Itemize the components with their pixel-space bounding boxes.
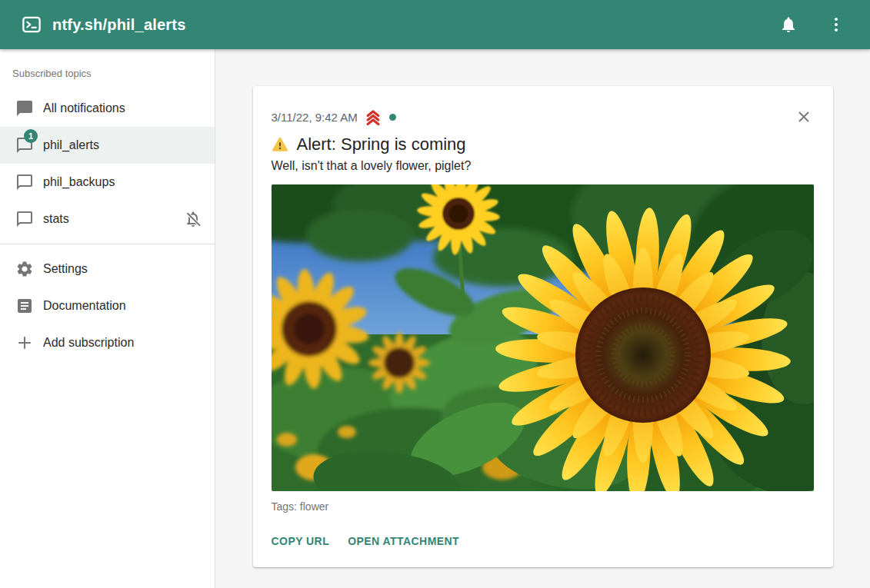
chat-bubble-filled-icon: [15, 99, 34, 118]
overflow-menu-button[interactable]: [822, 11, 850, 38]
plus-icon: [15, 334, 34, 352]
notifications-bell-button[interactable]: [775, 11, 802, 38]
sidebar-item-label: phil_backups: [43, 175, 115, 189]
sidebar-item-all-notifications[interactable]: All notifications: [0, 90, 215, 127]
gear-icon: [15, 260, 34, 278]
sidebar-item-documentation[interactable]: Documentation: [0, 287, 215, 324]
bell-icon: [779, 15, 798, 34]
sidebar-item-label: Settings: [43, 262, 88, 276]
subscribed-topics-header: Subscribed topics: [0, 55, 215, 90]
notification-timestamp: 3/11/22, 9:42 AM: [272, 111, 358, 124]
sidebar-item-stats[interactable]: stats: [0, 201, 215, 238]
ntfy-app: ntfy.sh/phil_alerts Subscribed topics: [0, 0, 870, 588]
close-icon: [795, 108, 812, 125]
kebab-menu-icon: [827, 15, 845, 34]
notification-card: 3/11/22, 9:42 AM: [253, 86, 833, 567]
sidebar-item-settings[interactable]: Settings: [0, 251, 215, 287]
sidebar-item-label: stats: [43, 212, 69, 226]
close-notification-button[interactable]: [793, 106, 815, 128]
unread-count-badge: 1: [24, 129, 38, 143]
sidebar-item-label: All notifications: [43, 101, 125, 115]
open-attachment-button[interactable]: OPEN ATTACHMENT: [348, 529, 464, 553]
sidebar-item-label: phil_alerts: [43, 138, 99, 152]
app-bar: ntfy.sh/phil_alerts: [0, 0, 870, 49]
notification-title: Alert: Spring is coming: [297, 135, 466, 154]
sidebar-divider: [0, 244, 215, 244]
warning-emoji-icon: [272, 136, 288, 153]
copy-url-button[interactable]: COPY URL: [272, 529, 335, 553]
ntfy-logo-terminal-icon: [22, 15, 42, 35]
sidebar-item-phil-alerts[interactable]: 1 phil_alerts: [0, 127, 215, 164]
notification-title-row: Alert: Spring is coming: [272, 135, 815, 154]
sidebar-item-add-subscription[interactable]: Add subscription: [0, 324, 215, 361]
sidebar-item-phil-backups[interactable]: phil_backups: [0, 164, 215, 201]
sidebar-item-label: Add subscription: [43, 336, 134, 350]
sidebar-item-label: Documentation: [43, 299, 126, 313]
appbar-actions: [775, 11, 850, 38]
unread-dot-icon: [389, 114, 396, 121]
attachment-image-sunflower-photo[interactable]: [272, 184, 814, 491]
sidebar: Subscribed topics All notifications 1 ph…: [0, 49, 215, 588]
notification-header: 3/11/22, 9:42 AM: [272, 106, 815, 128]
notification-tags: Tags: flower: [272, 500, 815, 513]
priority-max-icon: [365, 108, 382, 125]
notification-message: Well, isn't that a lovely flower, piglet…: [272, 159, 815, 173]
page-title: ntfy.sh/phil_alerts: [52, 16, 185, 34]
article-icon: [15, 297, 34, 315]
notification-actions: COPY URL OPEN ATTACHMENT: [272, 529, 815, 553]
main-area: 3/11/22, 9:42 AM: [215, 49, 870, 588]
notifications-muted-icon: [184, 210, 202, 228]
chat-bubble-outline-icon: [15, 210, 34, 228]
chat-bubble-outline-icon: [15, 173, 34, 191]
